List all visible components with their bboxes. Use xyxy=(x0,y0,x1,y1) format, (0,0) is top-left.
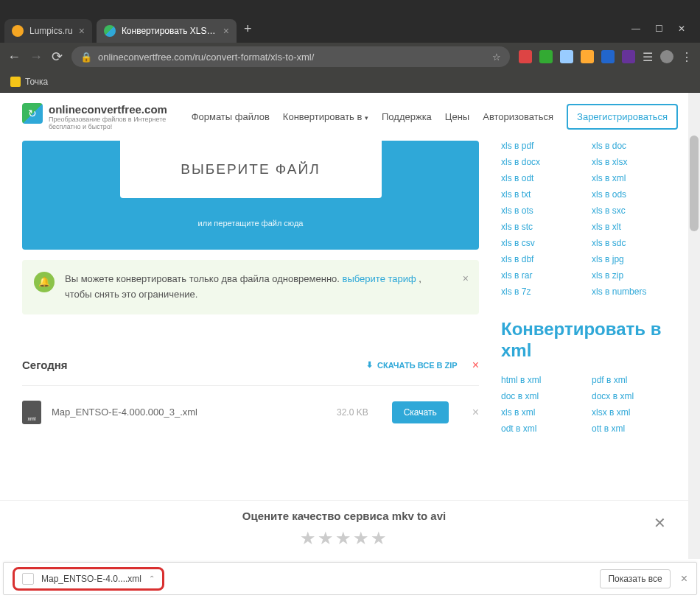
close-icon[interactable]: × xyxy=(681,572,687,585)
chevron-up-icon[interactable]: ⌃ xyxy=(149,574,155,583)
format-link[interactable]: xls в doc xyxy=(592,141,671,151)
downloads-bar: Map_ENTSO-E-4.0....xml ⌃ Показать все × xyxy=(3,562,697,595)
ext-icon[interactable] xyxy=(581,50,594,63)
format-link[interactable]: xls в xlsx xyxy=(592,157,671,167)
format-link[interactable]: xls в xml xyxy=(501,407,580,418)
bell-icon: 🔔 xyxy=(34,272,55,292)
close-icon[interactable]: × xyxy=(223,25,229,37)
nav-support[interactable]: Поддержка xyxy=(382,111,432,122)
ext-icon[interactable] xyxy=(560,50,573,63)
format-link[interactable]: xlsx в xml xyxy=(592,407,671,418)
close-icon[interactable]: × xyxy=(79,25,85,37)
close-icon[interactable]: × xyxy=(472,359,479,372)
star-icon[interactable]: ☆ xyxy=(492,52,501,63)
format-link[interactable]: pdf в xml xyxy=(592,375,671,385)
close-window-button[interactable]: ✕ xyxy=(678,24,685,34)
format-link[interactable]: xls в xlt xyxy=(592,222,671,232)
main-column: ВЫБЕРИТЕ ФАЙЛ или перетащите файл сюда 🔔… xyxy=(22,141,479,439)
format-link[interactable]: xls в xml xyxy=(592,173,671,183)
file-size: 32.0 KB xyxy=(337,407,368,418)
chevron-down-icon: ▾ xyxy=(365,114,368,122)
today-header: Сегодня ⬇ СКАЧАТЬ ВСЕ В ZIP × xyxy=(22,359,479,381)
nav-convert[interactable]: Конвертировать в ▾ xyxy=(283,111,368,122)
format-link[interactable]: xls в ots xyxy=(501,205,580,216)
folder-icon xyxy=(10,77,21,87)
reading-list-icon[interactable]: ☰ xyxy=(643,50,653,64)
format-link[interactable]: xls в stc xyxy=(501,222,580,232)
tab-onlineconvert[interactable]: Конвертировать XLS в XML онл × xyxy=(97,19,237,43)
format-link[interactable]: xls в numbers xyxy=(592,286,671,297)
main-nav: Форматы файлов Конвертировать в ▾ Поддер… xyxy=(192,104,678,130)
file-icon xyxy=(22,573,34,585)
close-icon[interactable]: × xyxy=(463,270,469,286)
format-link[interactable]: xls в zip xyxy=(592,270,671,281)
menu-icon[interactable]: ⋮ xyxy=(681,50,693,64)
download-all-zip-link[interactable]: ⬇ СКАЧАТЬ ВСЕ В ZIP xyxy=(366,360,458,370)
scrollbar[interactable] xyxy=(688,93,700,559)
lock-icon: 🔒 xyxy=(80,52,92,63)
close-icon[interactable]: ✕ xyxy=(654,514,666,532)
file-name: Map_ENTSO-E-4.000.000_3_.xml xyxy=(52,407,326,418)
register-button[interactable]: Зарегистрироваться xyxy=(567,104,678,130)
format-link[interactable]: xls в 7z xyxy=(501,286,580,297)
site-logo[interactable]: ↻ onlineconvertfree.com Преобразование ф… xyxy=(22,103,174,130)
nav-prices[interactable]: Цены xyxy=(445,111,469,122)
format-link[interactable]: xls в ods xyxy=(592,189,671,200)
ext-icon[interactable] xyxy=(622,50,635,63)
logo-icon: ↻ xyxy=(22,103,43,124)
tariff-link[interactable]: выберите тариф xyxy=(343,273,416,284)
format-link[interactable]: odt в xml xyxy=(501,423,580,434)
nav-formats[interactable]: Форматы файлов xyxy=(192,111,270,122)
scrollbar-thumb[interactable] xyxy=(690,136,699,231)
forward-button[interactable]: → xyxy=(29,49,43,65)
reload-button[interactable]: ⟳ xyxy=(52,49,63,65)
notice-text: Вы можете конвертировать только два файл… xyxy=(65,272,449,303)
format-link[interactable]: doc в xml xyxy=(501,391,580,401)
tab-lumpics[interactable]: Lumpics.ru × xyxy=(4,19,92,43)
minimize-button[interactable]: — xyxy=(631,24,640,34)
page-content: ↻ onlineconvertfree.com Преобразование ф… xyxy=(0,93,700,559)
address-input[interactable]: 🔒 onlineconvertfree.com/ru/convert-forma… xyxy=(71,46,510,67)
url-text: onlineconvertfree.com/ru/convert-format/… xyxy=(98,52,314,63)
section-title: Сегодня xyxy=(22,359,68,371)
back-button[interactable]: ← xyxy=(7,49,21,65)
nav-login[interactable]: Авторизоваться xyxy=(483,111,553,122)
close-icon[interactable]: × xyxy=(472,406,479,419)
download-button[interactable]: Скачать xyxy=(392,401,449,423)
extensions: ☰ ⋮ xyxy=(519,50,693,64)
upload-area[interactable]: ВЫБЕРИТЕ ФАЙЛ или перетащите файл сюда xyxy=(22,141,479,250)
file-row: xml Map_ENTSO-E-4.000.000_3_.xml 32.0 KB… xyxy=(22,385,479,439)
format-link[interactable]: xls в rar xyxy=(501,270,580,281)
ext-icon[interactable] xyxy=(601,50,615,63)
download-filename: Map_ENTSO-E-4.0....xml xyxy=(41,574,141,584)
format-links-2: html в xmlpdf в xmldoc в xmldocx в xmlxl… xyxy=(501,375,671,434)
format-link[interactable]: docx в xml xyxy=(592,391,671,401)
format-link[interactable]: html в xml xyxy=(501,375,580,385)
new-tab-button[interactable]: + xyxy=(244,21,252,37)
ext-icon[interactable] xyxy=(539,50,553,63)
select-file-button[interactable]: ВЫБЕРИТЕ ФАЙЛ xyxy=(120,141,382,198)
logo-subtitle: Преобразование файлов в Интернете беспла… xyxy=(49,116,174,130)
window-frame xyxy=(0,0,700,15)
rating-stars[interactable]: ★★★★★ xyxy=(0,528,688,549)
format-link[interactable]: xls в dbf xyxy=(501,254,580,264)
format-link[interactable]: xls в jpg xyxy=(592,254,671,264)
bookmark-item[interactable]: Точка xyxy=(25,77,48,87)
tab-title: Lumpics.ru xyxy=(29,26,73,36)
maximize-button[interactable]: ☐ xyxy=(655,24,663,34)
format-link[interactable]: ott в xml xyxy=(592,423,671,434)
format-link[interactable]: xls в pdf xyxy=(501,141,580,151)
sidebar-heading: Конвертировать в xml xyxy=(501,319,671,362)
format-link[interactable]: xls в docx xyxy=(501,157,580,167)
format-link[interactable]: xls в odt xyxy=(501,173,580,183)
format-link[interactable]: xls в csv xyxy=(501,238,580,248)
format-link[interactable]: xls в sdc xyxy=(592,238,671,248)
ext-icon[interactable] xyxy=(519,50,532,63)
format-link[interactable]: xls в txt xyxy=(501,189,580,200)
download-item[interactable]: Map_ENTSO-E-4.0....xml ⌃ xyxy=(13,567,164,591)
format-link[interactable]: xls в sxc xyxy=(592,205,671,216)
avatar-icon[interactable] xyxy=(660,50,673,63)
show-all-button[interactable]: Показать все xyxy=(600,569,670,588)
favicon-icon xyxy=(104,25,116,37)
bookmarks-bar: Точка xyxy=(0,71,700,93)
